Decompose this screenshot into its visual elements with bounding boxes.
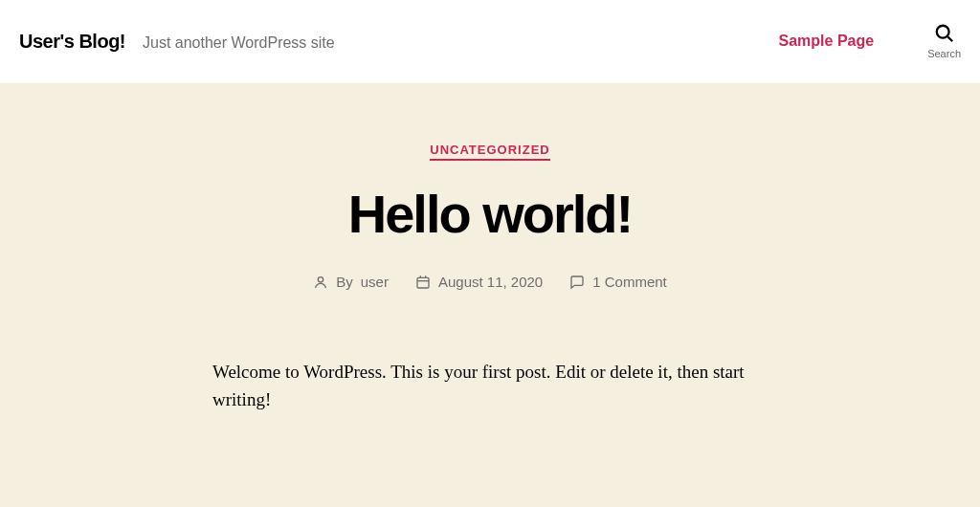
site-tagline: Just another WordPress site [143,34,335,52]
post-body: Welcome to WordPress. This is your first… [212,359,768,413]
by-label: By [336,274,353,290]
site-title[interactable]: User's Blog! [19,31,125,53]
user-icon [313,275,328,290]
comment-icon [569,275,585,290]
svg-rect-3 [417,277,429,288]
post-category-link[interactable]: UNCATEGORIZED [430,143,549,161]
post-date-meta: August 11, 2020 [415,274,543,290]
search-icon [934,23,955,44]
svg-point-0 [936,26,948,38]
post-meta: By user August 11, 2020 [212,274,768,290]
site-header: User's Blog! Just another WordPress site… [0,0,980,83]
content-area: UNCATEGORIZED Hello world! By user [0,83,980,507]
post-title[interactable]: Hello world! [212,187,768,241]
post-author-link[interactable]: user [361,274,389,290]
post-comments-link[interactable]: 1 Comment [592,274,667,290]
search-button[interactable]: Search [927,23,961,59]
svg-line-1 [947,36,952,41]
header-left: User's Blog! Just another WordPress site [19,31,335,53]
post-author-meta: By user [313,274,389,290]
header-right: Sample Page Search [779,23,961,59]
search-label: Search [927,48,961,59]
post: UNCATEGORIZED Hello world! By user [212,141,768,413]
post-comments-meta: 1 Comment [569,274,667,290]
svg-point-2 [319,276,323,281]
calendar-icon [415,275,431,290]
post-date: August 11, 2020 [438,274,543,290]
nav-sample-page[interactable]: Sample Page [779,33,875,50]
